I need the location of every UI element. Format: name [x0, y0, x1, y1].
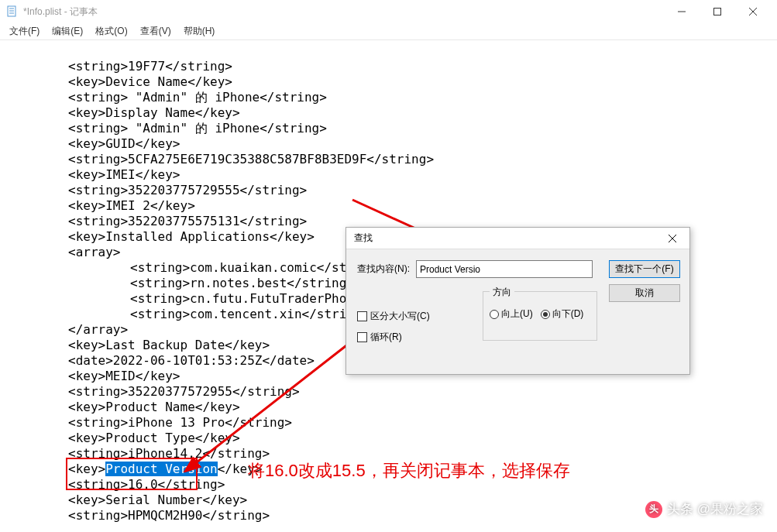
dialog-close-button[interactable]	[662, 230, 683, 247]
text-line: <key>Product Name</key>	[68, 400, 240, 414]
text-line: <string>19F77</string>	[68, 59, 232, 74]
direction-down-radio[interactable]: 向下(D)	[541, 307, 584, 321]
case-sensitive-checkbox[interactable]: 区分大小写(C)	[357, 310, 430, 323]
window-title: *Info.plist - 记事本	[23, 5, 664, 19]
text-line: <array>	[68, 245, 120, 259]
minimize-button[interactable]	[664, 0, 700, 23]
radio-label: 向上(U)	[501, 307, 533, 321]
find-dialog: 查找 查找内容(N): 查找下一个(F) 取消 区分大小写(C) 循环(R) 方…	[346, 227, 690, 375]
text-line: <string> "Admin" 的 iPhone</string>	[68, 121, 327, 136]
dialog-body: 查找内容(N): 查找下一个(F) 取消 区分大小写(C) 循环(R) 方向 向…	[346, 249, 689, 374]
text-line: <key>Last Backup Date</key>	[68, 338, 270, 352]
find-next-button[interactable]: 查找下一个(F)	[609, 260, 680, 278]
checkbox-label: 循环(R)	[370, 331, 402, 344]
maximize-button[interactable]	[700, 0, 735, 23]
window-controls	[664, 0, 771, 23]
text-line: <key>GUID</key>	[68, 136, 180, 151]
wrap-checkbox[interactable]: 循环(R)	[357, 331, 430, 344]
text-line: <string>16.0</string>	[68, 477, 225, 492]
close-icon	[669, 235, 676, 242]
text-line: <date>2022-06-10T01:53:25Z</date>	[68, 353, 315, 368]
text-line: <key>Serial Number</key>	[68, 493, 247, 507]
text-line: <key>IMEI 2</key>	[68, 198, 195, 213]
window-titlebar: *Info.plist - 记事本	[0, 0, 777, 23]
watermark-text: 头条 @果粉之家	[667, 500, 763, 518]
menu-file[interactable]: 文件(F)	[3, 23, 46, 39]
dialog-titlebar[interactable]: 查找	[346, 228, 689, 249]
text-line: <string>HPMQCM2H90</string>	[68, 508, 270, 523]
radio-label: 向下(D)	[552, 307, 584, 321]
direction-up-radio[interactable]: 向上(U)	[490, 307, 533, 321]
radio-icon	[490, 310, 499, 319]
find-content-input[interactable]	[416, 260, 593, 278]
notepad-icon	[6, 5, 19, 18]
dialog-title: 查找	[354, 232, 373, 245]
watermark-logo-icon: 头	[645, 501, 662, 518]
watermark: 头 头条 @果粉之家	[645, 500, 763, 518]
text-line: <string>35220377572955</string>	[68, 384, 300, 399]
text-line: <key>MEID</key>	[68, 369, 180, 383]
text-line: <key>Product Type</key>	[68, 431, 240, 445]
annotation-text: 将16.0改成15.5，再关闭记事本，选择保存	[248, 459, 570, 482]
menubar: 文件(F) 编辑(E) 格式(O) 查看(V) 帮助(H)	[0, 23, 777, 40]
text-line: <string>352203775575131</string>	[68, 214, 307, 228]
direction-label: 方向	[490, 286, 514, 299]
svg-rect-5	[714, 9, 721, 15]
radio-icon	[541, 310, 550, 319]
find-content-label: 查找内容(N):	[357, 263, 416, 276]
cancel-button[interactable]: 取消	[609, 284, 680, 302]
text-line: <string>352203775729555</string>	[68, 183, 307, 197]
text-line: <string>5CFA275E6E719C35388C587BF8B3ED9F…	[68, 152, 434, 166]
menu-format[interactable]: 格式(O)	[89, 23, 133, 39]
close-button[interactable]	[735, 0, 771, 23]
menu-view[interactable]: 查看(V)	[134, 23, 177, 39]
text-line: <string>iPhone 13 Pro</string>	[68, 415, 292, 430]
text-line: <key>Installed Applications</key>	[68, 229, 315, 244]
checkbox-icon	[357, 311, 367, 321]
text-line: <key>Device Name</key>	[68, 74, 232, 89]
text-line: <key>Display Name</key>	[68, 105, 240, 120]
direction-fieldset: 方向 向上(U) 向下(D)	[483, 291, 597, 341]
checkbox-label: 区分大小写(C)	[370, 310, 430, 323]
text-line: <string>iPhone14,2</string>	[68, 446, 270, 461]
selected-text: Product Version	[105, 462, 218, 476]
text-line: <key>Product Version</key>	[68, 462, 262, 476]
menu-edit[interactable]: 编辑(E)	[46, 23, 89, 39]
text-line: <key>IMEI</key>	[68, 167, 180, 182]
text-line: </array>	[68, 322, 128, 337]
menu-help[interactable]: 帮助(H)	[177, 23, 222, 39]
text-line: <string> "Admin" 的 iPhone</string>	[68, 90, 327, 105]
checkbox-icon	[357, 332, 367, 342]
